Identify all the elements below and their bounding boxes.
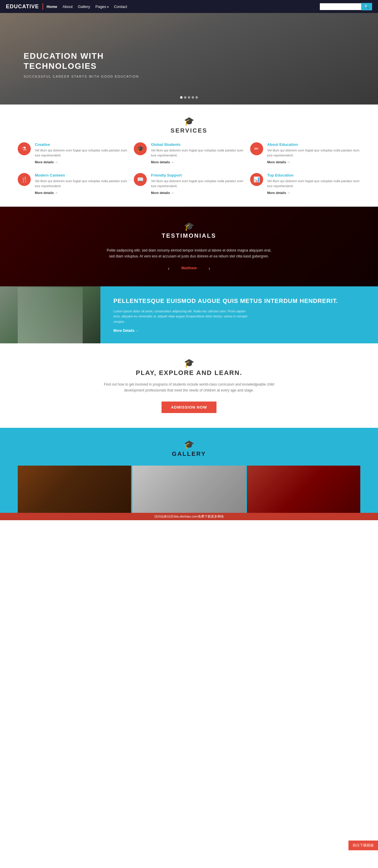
hero-dots [180,96,198,99]
search-icon: 🔍 [364,4,369,9]
pencil-icon: ✏ [254,146,259,152]
service-friendly-support: 📖 Friendly Support Vel illum qui dolorem… [134,173,244,195]
hero-dot-4[interactable] [192,96,194,99]
info-banner-link[interactable]: More Details [114,329,365,333]
service-content-global: Global Students Vel illum qui dolorem eu… [151,142,244,164]
nav-gallery[interactable]: Gallery [78,4,90,9]
services-section: 🎓 SERVICES ⚗ Creative Vel illum qui dolo… [0,104,378,207]
navbar: EDUCATIVE Home About Gallery Pages Conta… [0,0,378,13]
hero-dot-5[interactable] [195,96,198,99]
gallery-title: GALLERY [18,451,360,457]
service-desc-about: Vel illum qui dolorem eum fugiat quo vol… [267,148,360,158]
play-section: 🎓 PLAY, EXPLORE AND LEARN. Find out how … [0,343,378,428]
brand-logo[interactable]: EDUCATIVE [6,4,39,10]
hero-content: EDUCATION WITH TECHNOLOGIES SUCCESSFUL C… [0,39,139,78]
more-details-creative[interactable]: More details [35,160,58,164]
testimonial-nav: ‹ Matthew › [18,266,360,272]
services-title: SERVICES [18,127,360,134]
service-global-students: 🎓 Global Students Vel illum qui dolorem … [134,142,244,164]
search-input[interactable] [320,3,361,10]
flask-icon: ⚗ [22,146,27,152]
service-icon-canteen: 🍴 [18,173,31,186]
testimonials-section: 🎓 TESTIMONIALS Polite sadipscing elitr, … [0,207,378,286]
service-title-creative: Creative [35,142,128,147]
service-content-about: About Education Vel illum qui dolorem eu… [267,142,360,164]
watermark: 访问仙鱼社区bbs.denhao.com免费下载更多网络 [0,513,378,520]
service-desc-creative: Vel illum qui dolorem eum fugiat quo vol… [35,148,128,158]
info-banner: PELLENTESQUE EUISMOD AUGUE QUIS METUS IN… [0,286,378,343]
hero-subtitle: SUCCESSFUL CAREER STARTS WITH GOOD EDUCA… [24,75,139,78]
service-content-canteen: Modern Canteen Vel illum qui dolorem eum… [35,173,128,195]
search-button[interactable]: 🔍 [361,3,372,10]
play-title: PLAY, EXPLORE AND LEARN. [18,369,360,377]
search-bar: 🔍 [320,3,372,10]
service-icon-support: 📖 [134,173,147,186]
more-details-support[interactable]: More details [151,191,174,194]
service-top-education: 📊 Top Education Vel illum qui dolorem eu… [250,173,360,195]
service-about-education: ✏ About Education Vel illum qui dolorem … [250,142,360,164]
graduate-figure [18,287,83,343]
service-content-top: Top Education Vel illum qui dolorem eum … [267,173,360,195]
testimonials-title: TESTIMONIALS [18,232,360,239]
book-icon: 📖 [137,176,144,183]
hero-title: EDUCATION WITH TECHNOLOGIES [24,51,124,71]
info-banner-title: PELLENTESQUE EUISMOD AUGUE QUIS METUS IN… [114,297,365,305]
service-icon-about: ✏ [250,142,263,155]
info-banner-content: PELLENTESQUE EUISMOD AUGUE QUIS METUS IN… [100,286,378,343]
hero-dot-3[interactable] [188,96,190,99]
service-content-creative: Creative Vel illum qui dolorem eum fugia… [35,142,128,164]
testimonial-author: Matthew [181,266,197,270]
nav-contact[interactable]: Contact [114,4,127,9]
service-title-top: Top Education [267,173,360,178]
service-title-about: About Education [267,142,360,147]
hero-dot-1[interactable] [180,96,183,99]
chart-icon: 📊 [253,176,260,183]
testimonial-text: Polite sadipscing elitr, sed diam nonumy… [103,247,275,259]
hero-section: EDUCATION WITH TECHNOLOGIES SUCCESSFUL C… [0,13,378,104]
service-icon-top: 📊 [250,173,263,186]
admission-button[interactable]: ADMISSION NOW [161,402,217,413]
gallery-overlay-1 [18,466,131,513]
more-details-global[interactable]: More details [151,160,174,164]
testimonial-prev[interactable]: ‹ [168,266,169,272]
service-title-global: Global Students [151,142,244,147]
nav-divider [42,3,43,10]
info-banner-image [0,286,100,343]
testimonial-next[interactable]: › [209,266,210,272]
nav-links: Home About Gallery Pages Contact [46,4,320,9]
gallery-icon: 🎓 [18,440,360,450]
play-section-icon: 🎓 [18,358,360,368]
services-icon: 🎓 [18,116,360,126]
service-title-canteen: Modern Canteen [35,173,128,178]
nav-about[interactable]: About [63,4,73,9]
fork-icon: 🍴 [21,176,28,183]
nav-pages[interactable]: Pages [95,4,109,9]
gallery-overlay-2 [132,466,246,513]
play-desc: Find out how to get involved in programs… [103,381,275,394]
service-desc-support: Vel illum qui dolorem eum fugiat quo vol… [151,179,244,188]
service-desc-top: Vel illum qui dolorem eum fugiat quo vol… [267,179,360,188]
info-banner-text: Lorem ipsum dolor sit amet, consectetur … [114,309,249,324]
more-details-canteen[interactable]: More details [35,191,58,194]
service-content-support: Friendly Support Vel illum qui dolorem e… [151,173,244,195]
gallery-item-study[interactable] [132,466,246,513]
nav-home[interactable]: Home [46,4,57,9]
more-details-about[interactable]: More details [267,160,290,164]
service-desc-global: Vel illum qui dolorem eum fugiat quo vol… [151,148,244,158]
service-icon-creative: ⚗ [18,142,31,155]
testimonials-icon: 🎓 [18,221,360,231]
gallery-item-library[interactable] [18,466,131,513]
graduation-icon: 🎓 [137,146,144,152]
gallery-section: 🎓 GALLERY [0,428,378,513]
gallery-overlay-3 [247,466,360,513]
service-title-support: Friendly Support [151,173,244,178]
service-modern-canteen: 🍴 Modern Canteen Vel illum qui dolorem e… [18,173,128,195]
service-creative: ⚗ Creative Vel illum qui dolorem eum fug… [18,142,128,164]
services-grid: ⚗ Creative Vel illum qui dolorem eum fug… [18,142,360,195]
gallery-item-sports[interactable] [247,466,360,513]
service-desc-canteen: Vel illum qui dolorem eum fugiat quo vol… [35,179,128,188]
service-icon-global: 🎓 [134,142,147,155]
gallery-grid [18,466,360,513]
hero-dot-2[interactable] [184,96,186,99]
more-details-top[interactable]: More details [267,191,290,194]
